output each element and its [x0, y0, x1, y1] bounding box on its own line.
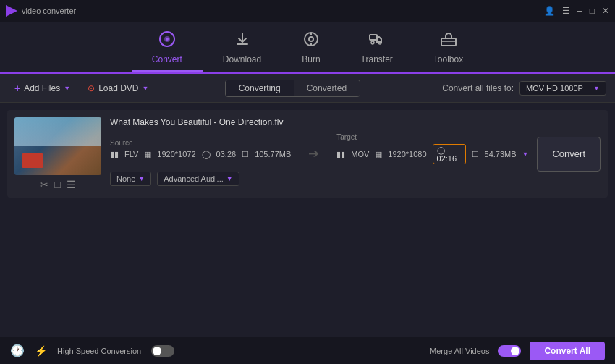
nav-label-download: Download	[223, 54, 261, 64]
download-icon	[234, 30, 251, 51]
add-files-dropdown-icon[interactable]: ▼	[64, 85, 70, 92]
convert-button[interactable]: Convert	[537, 137, 601, 172]
high-speed-toggle[interactable]	[151, 345, 174, 357]
source-dur-icon: ◯	[202, 150, 211, 159]
thumbnail-wrap: ✂ □ ☰	[14, 117, 101, 190]
target-duration-badge[interactable]: ◯ 02:16	[433, 144, 466, 164]
add-files-button[interactable]: + Add Files ▼	[9, 80, 76, 97]
toolbox-icon	[440, 30, 457, 51]
load-dvd-button[interactable]: ⊙ Load DVD ▼	[82, 80, 154, 96]
load-dvd-dropdown-icon[interactable]: ▼	[143, 85, 149, 92]
thumbnail-controls: ✂ □ ☰	[14, 179, 101, 190]
file-name: What Makes You Beautiful - One Direction…	[110, 117, 528, 127]
status-left: 🕐 ⚡ High Speed Conversion	[10, 344, 174, 357]
nav-item-toolbox[interactable]: Toolbox	[413, 25, 483, 70]
merge-toggle[interactable]	[498, 345, 521, 357]
source-resolution: 1920*1072	[157, 150, 195, 158]
target-format-icon: ▮▮	[336, 150, 345, 159]
target-block: Target ▮▮ MOV ▦ 1920*1080 ◯ 02:16 ☐ 54.7…	[336, 133, 528, 164]
target-size-icon: ☐	[472, 150, 479, 159]
tab-converted[interactable]: Converted	[294, 80, 360, 96]
crop-icon[interactable]: □	[54, 179, 60, 190]
target-resolution: 1920*1080	[388, 150, 426, 158]
thumbnail-sky	[14, 117, 101, 146]
app-logo	[6, 5, 17, 17]
source-size-icon: ☐	[242, 150, 249, 159]
target-duration: 02:16	[437, 154, 457, 163]
svg-rect-9	[441, 38, 456, 46]
svg-rect-6	[370, 35, 377, 40]
audio-label: Advanced Audi...	[164, 174, 224, 183]
format-value: MOV HD 1080P	[526, 84, 583, 93]
tab-group: Converting Converted	[225, 80, 360, 97]
merge-label: Merge All Videos	[430, 347, 489, 355]
target-res-icon: ▦	[375, 150, 382, 159]
target-dropdown-icon[interactable]: ▼	[522, 151, 529, 158]
close-icon[interactable]: ✕	[602, 7, 609, 15]
nav-item-burn[interactable]: Burn	[281, 25, 340, 70]
convert-all-label: Convert all files to:	[442, 83, 514, 93]
audio-dropdown[interactable]: Advanced Audi... ▼	[157, 172, 239, 186]
user-icon[interactable]: 👤	[544, 7, 555, 15]
source-block: Source ▮▮ FLV ▦ 1920*1072 ◯ 03:26 ☐ 105.…	[110, 139, 291, 159]
svg-point-7	[371, 41, 374, 44]
cut-icon[interactable]: ✂	[40, 179, 48, 190]
burn-icon	[302, 30, 320, 51]
transfer-icon	[368, 30, 386, 51]
target-format: MOV	[351, 150, 369, 158]
convert-icon	[158, 30, 176, 51]
minimize-icon[interactable]: –	[577, 7, 582, 15]
source-format: FLV	[124, 150, 138, 158]
nav-label-convert: Convert	[152, 54, 182, 64]
load-dvd-label: Load DVD	[98, 83, 138, 93]
source-details: ▮▮ FLV ▦ 1920*1072 ◯ 03:26 ☐ 105.77MB	[110, 150, 291, 159]
format-select[interactable]: MOV HD 1080P ▼	[519, 81, 606, 96]
bolt-icon: ⚡	[35, 345, 47, 357]
add-files-label: Add Files	[24, 83, 60, 93]
plus-icon: +	[14, 82, 20, 94]
svg-point-1	[166, 38, 169, 41]
nav-label-transfer: Transfer	[361, 54, 393, 64]
dropdown-row: None ▼ Advanced Audi... ▼	[110, 172, 528, 186]
nav-label-toolbox: Toolbox	[433, 54, 463, 64]
main-content: ✂ □ ☰ What Makes You Beautiful - One Dir…	[0, 103, 615, 211]
title-bar-controls: 👤 ☰ – □ ✕	[544, 7, 609, 15]
dvd-icon: ⊙	[88, 83, 95, 93]
file-info: What Makes You Beautiful - One Direction…	[110, 117, 528, 190]
target-size: 54.73MB	[485, 150, 517, 158]
toolbar: + Add Files ▼ ⊙ Load DVD ▼ Converting Co…	[0, 74, 615, 103]
source-res-icon: ▦	[144, 150, 151, 159]
tab-converting[interactable]: Converting	[226, 80, 294, 96]
title-bar: video converter 👤 ☰ – □ ✕	[0, 0, 615, 22]
source-target-row: Source ▮▮ FLV ▦ 1920*1072 ◯ 03:26 ☐ 105.…	[110, 133, 528, 164]
menu-icon[interactable]: ☰	[562, 7, 570, 15]
nav-item-convert[interactable]: Convert	[132, 25, 203, 70]
format-dropdown-icon: ▼	[593, 85, 600, 92]
source-duration: 03:26	[216, 150, 237, 158]
target-details: ▮▮ MOV ▦ 1920*1080 ◯ 02:16 ☐ 54.73MB ▼	[336, 144, 528, 164]
source-label: Source	[110, 139, 291, 147]
source-format-icon: ▮▮	[110, 150, 119, 159]
maximize-icon[interactable]: □	[590, 7, 595, 15]
status-bar: 🕐 ⚡ High Speed Conversion Merge All Vide…	[0, 337, 615, 364]
nav-bar: Convert Download Burn	[0, 22, 615, 74]
nav-item-download[interactable]: Download	[203, 25, 281, 70]
convert-all-button[interactable]: Convert All	[530, 342, 605, 360]
app-title: video converter	[22, 7, 76, 15]
file-card: ✂ □ ☰ What Makes You Beautiful - One Dir…	[7, 110, 608, 198]
source-size: 105.77MB	[255, 150, 291, 158]
thumbnail	[14, 117, 101, 175]
none-dropdown[interactable]: None ▼	[110, 172, 151, 186]
audio-dropdown-arrow: ▼	[226, 175, 233, 182]
nav-label-burn: Burn	[302, 54, 320, 64]
svg-point-3	[309, 37, 313, 41]
target-label: Target	[336, 133, 528, 141]
target-dur-icon: ◯	[437, 146, 445, 154]
settings-icon[interactable]: ☰	[67, 179, 76, 190]
none-dropdown-arrow: ▼	[138, 175, 145, 182]
status-right: Merge All Videos Convert All	[430, 342, 605, 360]
none-label: None	[116, 174, 135, 183]
clock-icon[interactable]: 🕐	[10, 344, 25, 357]
title-bar-left: video converter	[6, 5, 76, 17]
nav-item-transfer[interactable]: Transfer	[341, 25, 413, 70]
